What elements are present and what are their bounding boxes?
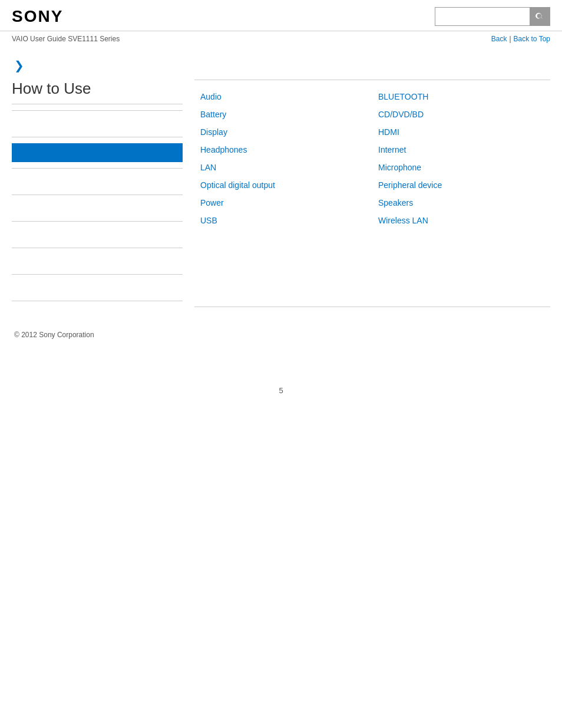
- sidebar-highlight: [12, 143, 183, 162]
- sidebar-divider-1: [12, 104, 183, 104]
- back-link[interactable]: Back: [491, 35, 507, 43]
- link-item[interactable]: Microphone: [378, 159, 544, 176]
- main-content: ❯ How to Use AudioBatteryDisplayHeadp: [0, 47, 562, 351]
- link-item[interactable]: LAN: [200, 159, 366, 176]
- sidebar-divider-6: [12, 221, 183, 222]
- sidebar-divider-5: [12, 195, 183, 195]
- link-item[interactable]: Audio: [200, 88, 366, 105]
- link-item[interactable]: Display: [200, 124, 366, 140]
- link-item[interactable]: BLUETOOTH: [378, 88, 544, 105]
- sidebar-blank-4: [12, 228, 183, 242]
- back-to-top-link[interactable]: Back to Top: [514, 35, 550, 43]
- link-item[interactable]: Power: [200, 195, 366, 211]
- page-number: 5: [0, 386, 562, 395]
- header: SONY: [0, 0, 562, 31]
- subheader: VAIO User Guide SVE1111 Series Back | Ba…: [0, 31, 562, 47]
- link-item[interactable]: Headphones: [200, 141, 366, 158]
- nav-separator: |: [509, 35, 511, 43]
- search-button[interactable]: [530, 8, 550, 25]
- sidebar-blank-2: [12, 174, 183, 189]
- links-col-2: BLUETOOTHCD/DVD/BDHDMIInternetMicrophone…: [372, 86, 550, 231]
- sidebar-divider-2: [12, 110, 183, 111]
- sidebar-divider-7: [12, 248, 183, 248]
- link-item[interactable]: Optical digital output: [200, 177, 366, 193]
- sidebar-divider-3: [12, 137, 183, 137]
- sidebar-blank-5: [12, 254, 183, 268]
- copyright: © 2012 Sony Corporation: [14, 331, 94, 339]
- sidebar-divider-4: [12, 168, 183, 169]
- link-item[interactable]: HDMI: [378, 124, 544, 140]
- search-icon: [535, 12, 544, 21]
- sidebar-divider-8: [12, 274, 183, 275]
- link-item[interactable]: CD/DVD/BD: [378, 106, 544, 123]
- nav-links: Back | Back to Top: [491, 35, 550, 43]
- footer: © 2012 Sony Corporation: [12, 331, 550, 339]
- links-col-1: AudioBatteryDisplayHeadphonesLANOptical …: [194, 86, 372, 231]
- link-item[interactable]: Wireless LAN: [378, 212, 544, 229]
- link-item[interactable]: USB: [200, 212, 366, 229]
- link-item[interactable]: Internet: [378, 141, 544, 158]
- sony-logo: SONY: [12, 7, 63, 26]
- sidebar-blank-6: [12, 281, 183, 295]
- sidebar: How to Use: [12, 80, 194, 307]
- search-box: [435, 7, 550, 26]
- chevron-icon: ❯: [14, 58, 550, 73]
- links-grid: AudioBatteryDisplayHeadphonesLANOptical …: [194, 86, 550, 231]
- link-item[interactable]: Speakers: [378, 195, 544, 211]
- content-area: How to Use AudioBatteryDisplayHeadphones…: [12, 80, 550, 307]
- search-input[interactable]: [435, 8, 530, 25]
- sidebar-blank-1: [12, 117, 183, 131]
- guide-title: VAIO User Guide SVE1111 Series: [12, 35, 120, 43]
- sidebar-divider-9: [12, 301, 183, 301]
- links-section: AudioBatteryDisplayHeadphonesLANOptical …: [194, 80, 550, 307]
- sidebar-title: How to Use: [12, 80, 183, 98]
- link-item[interactable]: Peripheral device: [378, 177, 544, 193]
- sidebar-blank-3: [12, 201, 183, 215]
- link-item[interactable]: Battery: [200, 106, 366, 123]
